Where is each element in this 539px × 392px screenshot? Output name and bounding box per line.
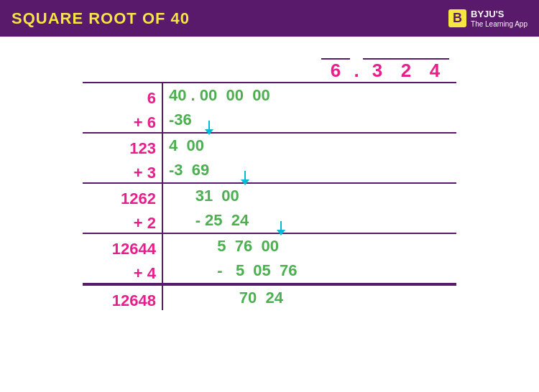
- logo-name: BYJU'S: [471, 9, 528, 20]
- step1-sub: -36: [169, 111, 192, 129]
- step3-remainder: 31 00: [169, 187, 239, 205]
- final-divisor: 12648: [112, 291, 156, 309]
- step1-add: + 6: [134, 113, 156, 131]
- result-dot: .: [350, 60, 363, 82]
- result-digit-6: 6: [321, 58, 350, 82]
- step2-divisor: 123: [129, 139, 156, 157]
- logo-tagline: The Learning App: [471, 20, 528, 28]
- step3-sub: - 25 24: [169, 211, 249, 229]
- step4-add: + 4: [134, 264, 156, 282]
- logo-letter: B: [448, 9, 466, 27]
- header: SQUARE ROOT OF 40 B BYJU'S The Learning …: [0, 0, 539, 37]
- page-title: SQUARE ROOT OF 40: [11, 9, 190, 28]
- step2-remainder: 4 00: [169, 136, 204, 154]
- result-digit-3: 3: [363, 58, 392, 82]
- logo: B BYJU'S The Learning App: [448, 9, 528, 28]
- result-digit-4: 4: [420, 58, 449, 82]
- step4-sub: - 5 05 76: [169, 261, 298, 279]
- divisor-6: 6: [147, 89, 156, 107]
- step4-remainder: 5 76 00: [169, 237, 279, 255]
- result-digit-2: 2: [392, 58, 420, 82]
- step4-divisor: 12644: [112, 240, 156, 258]
- step2-add: + 3: [134, 164, 156, 182]
- step2-sub: -3 69: [169, 161, 209, 179]
- dividend: 40 . 00 00 00: [169, 86, 270, 104]
- step3-divisor: 1262: [121, 190, 156, 207]
- main-content: 6 . 3 2 4 6 40 . 00 00 00 + 6: [0, 37, 539, 392]
- final-remainder: 70 24: [169, 289, 283, 307]
- step3-add: + 2: [134, 214, 156, 232]
